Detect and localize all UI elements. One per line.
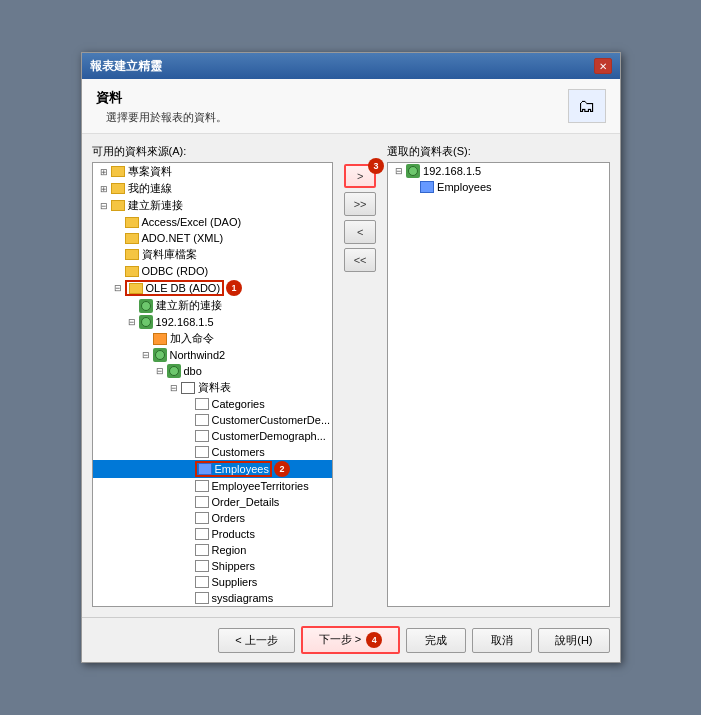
tree-item-t7[interactable]: ODBC (RDO) <box>93 263 333 279</box>
tree-item-t25[interactable]: Shippers <box>93 558 333 574</box>
expand-icon-t8: ⊟ <box>111 281 125 295</box>
expand-icon-t19 <box>181 462 195 476</box>
folder-icon-t2 <box>111 183 125 194</box>
tree-item-t19[interactable]: Employees 2 <box>93 460 333 478</box>
table-icon-t18 <box>195 446 209 458</box>
table-icon-t16 <box>195 414 209 426</box>
badge-2: 2 <box>274 461 290 477</box>
label-t1: 專案資料 <box>128 164 172 179</box>
label-t8: OLE DB (ADO) <box>146 282 221 294</box>
expand-icon-t11 <box>139 332 153 346</box>
label-t17: CustomerDemograph... <box>212 430 326 442</box>
badge-4: 4 <box>366 632 382 648</box>
right-panel-label: 選取的資料表(S): <box>387 144 609 159</box>
folder-icon-t3 <box>111 200 125 211</box>
table-icon-t27 <box>195 592 209 604</box>
tree-item-t5[interactable]: ADO.NET (XML) <box>93 230 333 246</box>
label-t27: sysdiagrams <box>212 592 274 604</box>
tree-item-t8[interactable]: ⊟ OLE DB (ADO) 1 <box>93 279 333 297</box>
expand-icon-t27 <box>181 591 195 605</box>
table-icon-t19 <box>198 463 212 475</box>
right-tree-item-r2[interactable]: Employees <box>388 179 608 195</box>
table-icon-t17 <box>195 430 209 442</box>
label-t23: Products <box>212 528 255 540</box>
left-panel: 可用的資料來源(A): ⊞ 專案資料 ⊞ 我的連線 <box>92 144 334 607</box>
expand-icon-t13: ⊟ <box>153 364 167 378</box>
help-button[interactable]: 說明(H) <box>538 628 609 653</box>
label-t6: 資料庫檔案 <box>142 247 197 262</box>
expand-icon-r2 <box>406 180 420 194</box>
folder-icon-t4 <box>125 217 139 228</box>
expand-icon-t20 <box>181 479 195 493</box>
tree-item-t27[interactable]: sysdiagrams <box>93 590 333 606</box>
label-t22: Orders <box>212 512 246 524</box>
conn-icon-t9 <box>139 299 153 313</box>
label-t12: Northwind2 <box>170 349 226 361</box>
label-t2: 我的連線 <box>128 181 172 196</box>
tree-item-t12[interactable]: ⊟ Northwind2 <box>93 347 333 363</box>
conn-icon-t10 <box>139 315 153 329</box>
right-tree-item-r1[interactable]: ⊟ 192.168.1.5 <box>388 163 608 179</box>
right-tree-container[interactable]: ⊟ 192.168.1.5 Employees <box>387 162 609 607</box>
label-t19: Employees <box>215 463 269 475</box>
folder-icon-t7 <box>125 266 139 277</box>
next-label: 下一步 > <box>319 633 361 645</box>
table-icon-t20 <box>195 480 209 492</box>
folder-icon-t5 <box>125 233 139 244</box>
tree-item-t16[interactable]: CustomerCustomerDe... <box>93 412 333 428</box>
label-t11: 加入命令 <box>170 331 214 346</box>
dialog-title: 報表建立精靈 <box>90 58 162 75</box>
remove-all-button[interactable]: << <box>344 248 376 272</box>
label-t5: ADO.NET (XML) <box>142 232 224 244</box>
tree-item-t4[interactable]: Access/Excel (DAO) <box>93 214 333 230</box>
expand-icon-t17 <box>181 429 195 443</box>
left-panel-label: 可用的資料來源(A): <box>92 144 334 159</box>
tree-item-t15[interactable]: Categories <box>93 396 333 412</box>
left-tree-scroll[interactable]: ⊞ 專案資料 ⊞ 我的連線 ⊟ 建立新連接 <box>93 163 333 606</box>
add-all-button[interactable]: >> <box>344 192 376 216</box>
expand-icon-t23 <box>181 527 195 541</box>
label-t21: Order_Details <box>212 496 280 508</box>
expand-icon-t9 <box>125 299 139 313</box>
tree-item-t17[interactable]: CustomerDemograph... <box>93 428 333 444</box>
cancel-button[interactable]: 取消 <box>472 628 532 653</box>
tree-item-t6[interactable]: 資料庫檔案 <box>93 246 333 263</box>
tree-item-t23[interactable]: Products <box>93 526 333 542</box>
tree-item-t24[interactable]: Region <box>93 542 333 558</box>
close-button[interactable]: ✕ <box>594 58 612 74</box>
table-icon-t26 <box>195 576 209 588</box>
tree-item-t2[interactable]: ⊞ 我的連線 <box>93 180 333 197</box>
folder-icon-t8 <box>129 283 143 294</box>
tree-item-t26[interactable]: Suppliers <box>93 574 333 590</box>
label-t24: Region <box>212 544 247 556</box>
tree-item-t11[interactable]: 加入命令 <box>93 330 333 347</box>
badge-1: 1 <box>226 280 242 296</box>
tree-item-t18[interactable]: Customers <box>93 444 333 460</box>
expand-icon-t21 <box>181 495 195 509</box>
tree-item-t9[interactable]: 建立新的連接 <box>93 297 333 314</box>
tree-item-t21[interactable]: Order_Details <box>93 494 333 510</box>
label-t7: ODBC (RDO) <box>142 265 209 277</box>
left-tree-container[interactable]: ⊞ 專案資料 ⊞ 我的連線 ⊟ 建立新連接 <box>92 162 334 607</box>
middle-panel: > 3 >> < << <box>341 144 379 607</box>
expand-icon-t12: ⊟ <box>139 348 153 362</box>
remove-one-button[interactable]: < <box>344 220 376 244</box>
tree-item-t3[interactable]: ⊟ 建立新連接 <box>93 197 333 214</box>
finish-button[interactable]: 完成 <box>406 628 466 653</box>
tree-item-t14[interactable]: ⊟ 資料表 <box>93 379 333 396</box>
label-t13: dbo <box>184 365 202 377</box>
expand-icon-t15 <box>181 397 195 411</box>
tree-item-t20[interactable]: EmployeeTerritories <box>93 478 333 494</box>
folder-icon-t6 <box>125 249 139 260</box>
folder-icon-t1 <box>111 166 125 177</box>
tree-item-t13[interactable]: ⊟ dbo <box>93 363 333 379</box>
expand-icon-t22 <box>181 511 195 525</box>
tree-item-t1[interactable]: ⊞ 專案資料 <box>93 163 333 180</box>
next-button[interactable]: 下一步 > 4 <box>301 626 401 654</box>
label-t10: 192.168.1.5 <box>156 316 214 328</box>
tree-item-t10[interactable]: ⊟ 192.168.1.5 <box>93 314 333 330</box>
expand-icon-t4 <box>111 215 125 229</box>
back-button[interactable]: < 上一步 <box>218 628 294 653</box>
tree-item-t22[interactable]: Orders <box>93 510 333 526</box>
ole-db-highlight: OLE DB (ADO) <box>125 280 225 296</box>
